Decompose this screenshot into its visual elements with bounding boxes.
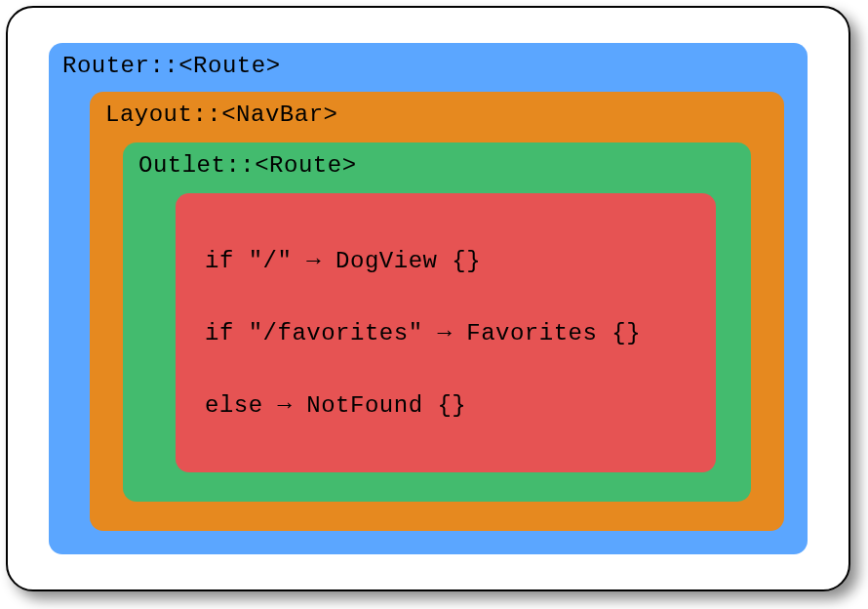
route-condition: else → NotFound {} — [205, 392, 687, 419]
routes-box: if "/" → DogView {} if "/favorites" → Fa… — [176, 193, 716, 472]
layout-label: Layout::<NavBar> — [105, 102, 337, 128]
outlet-label: Outlet::<Route> — [138, 152, 357, 179]
layout-box: Layout::<NavBar> Outlet::<Route> if "/" … — [90, 92, 784, 531]
diagram-frame: Router::<Route> Layout::<NavBar> Outlet:… — [6, 6, 850, 591]
router-label: Router::<Route> — [62, 53, 281, 79]
route-condition: if "/" → DogView {} — [205, 248, 687, 274]
route-condition: if "/favorites" → Favorites {} — [205, 320, 687, 346]
router-box: Router::<Route> Layout::<NavBar> Outlet:… — [49, 43, 808, 554]
outlet-box: Outlet::<Route> if "/" → DogView {} if "… — [123, 142, 751, 502]
